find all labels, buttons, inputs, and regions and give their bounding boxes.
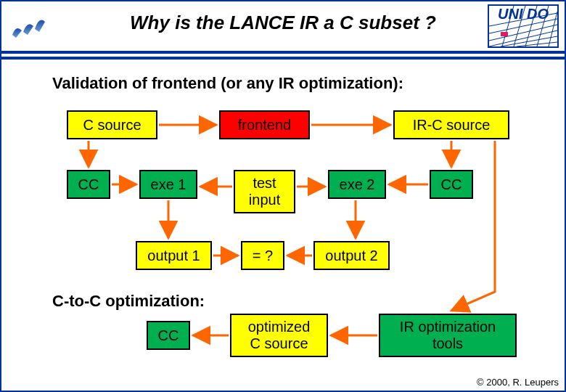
header: Why is the LANCE IR a C subset ? bbox=[1, 1, 565, 51]
header-rule bbox=[1, 51, 565, 60]
box-exe1: exe 1 bbox=[139, 170, 197, 199]
box-output2: output 2 bbox=[313, 241, 390, 270]
box-eq: = ? bbox=[241, 241, 284, 270]
box-ir-tools: IR optimization tools bbox=[379, 314, 517, 357]
corner-flag-icon bbox=[9, 4, 52, 41]
section-validation-title: Validation of frontend (or any IR optimi… bbox=[52, 74, 403, 93]
slide: Why is the LANCE IR a C subset ? bbox=[0, 0, 566, 392]
box-test-input: test input bbox=[234, 170, 295, 213]
slide-title: Why is the LANCE IR a C subset ? bbox=[74, 12, 492, 34]
svg-rect-12 bbox=[501, 32, 508, 36]
box-cc-right: CC bbox=[430, 170, 473, 199]
unido-logo: UNI DO bbox=[488, 4, 559, 48]
box-opt-c-source: optimized C source bbox=[230, 314, 328, 357]
box-cc-left: CC bbox=[67, 170, 110, 199]
box-frontend: frontend bbox=[219, 110, 310, 139]
box-cc-bottom: CC bbox=[147, 321, 190, 350]
unido-label: UNI DO bbox=[488, 6, 559, 23]
copyright: © 2000, R. Leupers bbox=[477, 377, 559, 388]
box-ir-c-source: IR-C source bbox=[393, 110, 509, 139]
box-c-source: C source bbox=[67, 110, 157, 139]
section-c2c-title: C-to-C optimization: bbox=[52, 292, 205, 311]
box-exe2: exe 2 bbox=[328, 170, 386, 199]
content: Validation of frontend (or any IR optimi… bbox=[1, 67, 565, 391]
box-output1: output 1 bbox=[136, 241, 212, 270]
